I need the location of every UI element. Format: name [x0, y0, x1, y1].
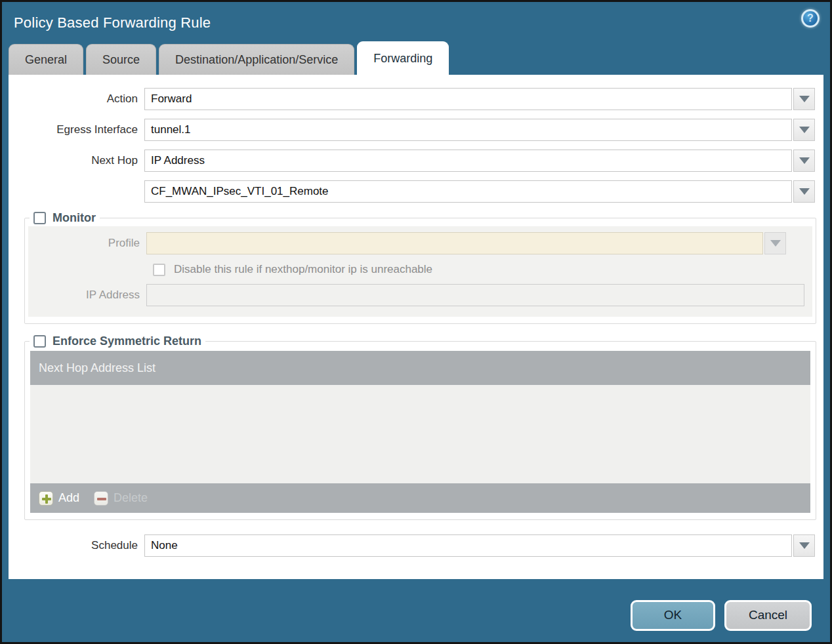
chevron-down-icon	[799, 157, 810, 164]
disable-rule-row: Disable this rule if nexthop/monitor ip …	[153, 263, 812, 276]
action-row: Action Forward	[9, 88, 815, 110]
symmetric-return-checkbox[interactable]	[33, 335, 46, 348]
monitor-checkbox[interactable]	[33, 212, 46, 224]
next-hop-address-row: CF_MWAN_IPsec_VTI_01_Remote	[9, 180, 815, 203]
next-hop-dropdown-button[interactable]	[793, 150, 815, 172]
chevron-down-icon	[799, 96, 810, 102]
minus-icon	[94, 491, 108, 506]
monitor-ip-row: IP Address	[28, 284, 805, 306]
chevron-down-icon	[770, 240, 781, 247]
tab-general[interactable]: General	[9, 44, 83, 75]
egress-interface-row: Egress Interface tunnel.1	[9, 119, 815, 141]
monitor-ip-label: IP Address	[28, 289, 146, 302]
dialog-title: Policy Based Forwarding Rule	[14, 14, 211, 31]
tab-source[interactable]: Source	[86, 44, 156, 75]
cancel-button[interactable]: Cancel	[724, 600, 812, 631]
add-button[interactable]: Add	[39, 491, 79, 506]
disable-rule-checkbox	[153, 264, 165, 276]
profile-label: Profile	[28, 237, 146, 250]
tab-destination-application-service[interactable]: Destination/Application/Service	[159, 44, 354, 75]
next-hop-address-select[interactable]: CF_MWAN_IPsec_VTI_01_Remote	[144, 180, 792, 203]
next-hop-label: Next Hop	[9, 154, 144, 167]
monitor-legend-label: Monitor	[52, 211, 96, 225]
profile-dropdown-button	[764, 232, 786, 254]
dialog-footer: OK Cancel	[2, 579, 830, 642]
policy-based-forwarding-dialog: Policy Based Forwarding Rule ? General S…	[0, 0, 832, 644]
chevron-down-icon	[799, 188, 810, 195]
plus-icon	[39, 491, 53, 506]
ok-button[interactable]: OK	[631, 600, 715, 631]
monitor-section: Monitor Profile Disable this rule if nex…	[24, 211, 816, 324]
next-hop-row: Next Hop IP Address	[9, 150, 815, 172]
forwarding-tab-panel: Action Forward Egress Interface tunnel.1…	[9, 75, 823, 579]
next-hop-address-list-toolbar: Add Delete	[30, 483, 810, 513]
action-select[interactable]: Forward	[144, 88, 792, 110]
schedule-dropdown-button[interactable]	[793, 534, 815, 557]
next-hop-address-dropdown-button[interactable]	[793, 180, 815, 203]
delete-button-label: Delete	[114, 491, 148, 505]
monitor-ip-input	[146, 284, 804, 306]
profile-row: Profile	[28, 232, 786, 254]
action-label: Action	[9, 92, 144, 106]
egress-interface-label: Egress Interface	[9, 123, 144, 136]
symmetric-return-legend-label: Enforce Symmetric Return	[52, 334, 201, 348]
monitor-panel: Profile Disable this rule if nexthop/mon…	[28, 226, 812, 317]
next-hop-address-list-body[interactable]	[30, 385, 810, 483]
tab-bar: General Source Destination/Application/S…	[2, 41, 830, 75]
help-icon[interactable]: ?	[801, 9, 820, 28]
delete-button: Delete	[94, 491, 148, 506]
schedule-select[interactable]: None	[144, 534, 792, 557]
next-hop-type-select[interactable]: IP Address	[144, 150, 792, 172]
schedule-row: Schedule None	[9, 534, 815, 557]
egress-interface-dropdown-button[interactable]	[793, 119, 815, 141]
tab-forwarding[interactable]: Forwarding	[357, 41, 449, 75]
dialog-titlebar: Policy Based Forwarding Rule ?	[2, 2, 830, 41]
monitor-legend: Monitor	[30, 211, 100, 225]
profile-select	[146, 232, 763, 254]
schedule-label: Schedule	[9, 539, 144, 552]
add-button-label: Add	[58, 491, 79, 505]
next-hop-address-list-header: Next Hop Address List	[30, 351, 810, 385]
symmetric-return-section: Enforce Symmetric Return Next Hop Addres…	[24, 334, 816, 520]
symmetric-return-legend: Enforce Symmetric Return	[30, 334, 205, 348]
action-dropdown-button[interactable]	[793, 88, 815, 110]
chevron-down-icon	[799, 542, 810, 549]
egress-interface-select[interactable]: tunnel.1	[144, 119, 792, 141]
chevron-down-icon	[799, 127, 810, 133]
next-hop-address-table: Next Hop Address List Add Delete	[30, 351, 810, 513]
disable-rule-label: Disable this rule if nexthop/monitor ip …	[174, 263, 432, 276]
